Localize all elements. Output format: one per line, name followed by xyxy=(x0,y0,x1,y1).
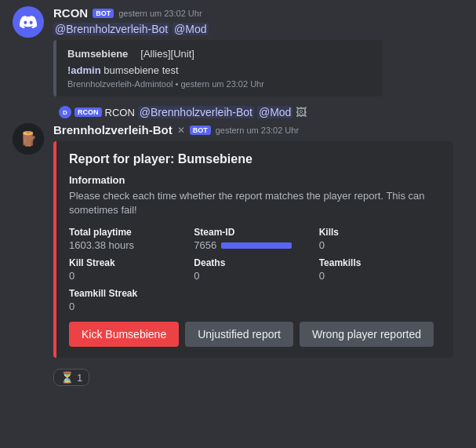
unjustified-report-button[interactable]: Unjustified report xyxy=(185,322,293,347)
report-title: Report for player: Bumsebiene xyxy=(69,152,441,166)
stat-label-deaths: Deaths xyxy=(194,257,315,268)
embed-team-unit: [Allies][Unit] xyxy=(140,48,194,60)
context-info: D RCON RCON @Brennholzverleih-Bot @Mod 🖼 xyxy=(18,106,307,118)
small-bot-icon: D xyxy=(59,106,71,118)
embed-title-row: Bumsebiene [Allies][Unit] xyxy=(67,48,372,60)
rcon-text: RCON xyxy=(105,107,135,118)
message-header-1: RCON BOT gestern um 23:02 Uhr xyxy=(53,6,463,20)
wrong-player-button[interactable]: Wrong player reported xyxy=(300,322,434,347)
message-block-2: 🪵 Brennholzverleih-Bot ✕ BOT gestern um … xyxy=(0,122,476,364)
message-block-1: RCON BOT gestern um 23:02 Uhr @Brennholz… xyxy=(0,0,476,103)
mention-bot[interactable]: @Brennholzverleih-Bot xyxy=(53,23,169,35)
stat-kills: Kills 0 xyxy=(319,227,441,251)
timestamp-1: gestern um 23:02 Uhr xyxy=(118,9,202,18)
stat-teamkills: Teamkills 0 xyxy=(319,257,441,282)
stat-label-killstreak: Kill Streak xyxy=(69,257,191,268)
message-context-bar: D RCON RCON @Brennholzverleih-Bot @Mod 🖼 xyxy=(0,103,476,122)
reaction-hourglass[interactable]: ⏳ 1 xyxy=(53,369,89,386)
stat-value-steam: 7656 xyxy=(194,239,315,251)
stat-value-playtime: 1603.38 hours xyxy=(69,239,191,251)
stat-deaths: Deaths 0 xyxy=(194,257,315,282)
message-header-2: Brennholzverleih-Bot ✕ BOT gestern um 23… xyxy=(53,123,463,137)
stats-grid: Total playtime 1603.38 hours Steam-ID 76… xyxy=(69,227,441,312)
stat-label-tkstreak: Teamkill Streak xyxy=(69,288,441,299)
mention-mod-1[interactable]: @Mod xyxy=(173,23,208,35)
rcon-label: RCON xyxy=(74,107,102,117)
report-embed: Report for player: Bumsebiene Informatio… xyxy=(53,141,453,358)
embed-card-1: Bumsebiene [Allies][Unit] !admin bumsebi… xyxy=(53,40,383,97)
stat-value-teamkills: 0 xyxy=(319,270,441,282)
stat-steam-id: Steam-ID 7656 xyxy=(194,227,315,251)
cmd-args: bumsebiene test xyxy=(104,64,178,76)
stat-label-steam: Steam-ID xyxy=(194,227,315,238)
kick-button[interactable]: Kick Bumsebiene xyxy=(69,322,179,347)
stat-label-teamkills: Teamkills xyxy=(319,257,441,268)
stat-value-tkstreak: 0 xyxy=(69,300,441,312)
cross-verified-icon: ✕ xyxy=(177,125,185,136)
avatar xyxy=(13,6,44,38)
stat-value-deaths: 0 xyxy=(194,270,315,282)
reaction-count: 1 xyxy=(77,372,82,384)
stat-value-kills: 0 xyxy=(319,239,441,251)
embed-command: !admin bumsebiene test // Fill command a… xyxy=(67,64,372,76)
avatar-2: 🪵 xyxy=(13,123,44,155)
bot-badge-1: BOT xyxy=(93,9,114,18)
stat-killstreak: Kill Streak 0 xyxy=(69,257,191,282)
embed-footer: Brennholzverleih-Admintool • gestern um … xyxy=(67,79,372,89)
mention-mod-2[interactable]: @Mod xyxy=(257,106,293,118)
username-1: RCON xyxy=(53,6,88,20)
info-text: Please check each time whether the repor… xyxy=(69,189,441,217)
steam-id-text: 7656 xyxy=(194,239,216,251)
stat-label-playtime: Total playtime xyxy=(69,227,191,238)
steam-id-bar xyxy=(221,242,292,249)
buttons-row: Kick Bumsebiene Unjustified report Wrong… xyxy=(69,322,441,347)
stat-label-kills: Kills xyxy=(319,227,441,238)
image-icon: 🖼 xyxy=(296,106,307,118)
cmd-prefix: !admin xyxy=(67,64,101,76)
message-content-1: RCON BOT gestern um 23:02 Uhr @Brennholz… xyxy=(53,6,463,97)
stat-total-playtime: Total playtime 1603.38 hours xyxy=(69,227,191,251)
embed-player-name: Bumsebiene xyxy=(67,48,128,60)
bot-badge-2: BOT xyxy=(190,126,211,135)
reaction-area: ⏳ 1 xyxy=(0,364,476,391)
mention-bot-2[interactable]: @Brennholzverleih-Bot xyxy=(138,106,254,118)
hourglass-emoji: ⏳ xyxy=(60,371,74,384)
timestamp-2: gestern um 23:02 Uhr xyxy=(216,126,299,135)
info-label: Information xyxy=(69,174,441,186)
stat-teamkill-streak: Teamkill Streak 0 xyxy=(69,288,441,312)
svg-text:🪵: 🪵 xyxy=(20,130,38,148)
message-body-1: @Brennholzverleih-Bot @Mod xyxy=(53,23,463,35)
stat-value-killstreak: 0 xyxy=(69,270,191,282)
message-content-2: Brennholzverleih-Bot ✕ BOT gestern um 23… xyxy=(53,123,463,358)
username-2: Brennholzverleih-Bot xyxy=(53,123,173,137)
